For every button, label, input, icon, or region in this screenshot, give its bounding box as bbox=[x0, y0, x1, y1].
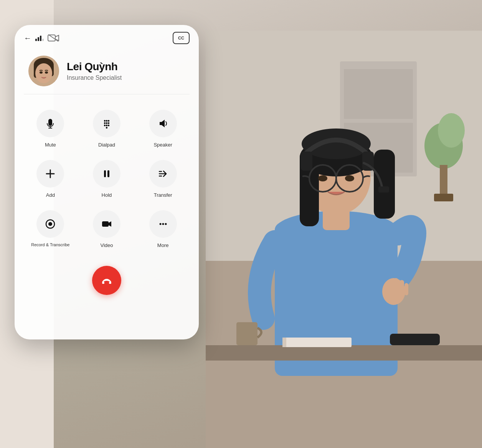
cc-label: CC bbox=[178, 36, 184, 40]
svg-rect-32 bbox=[390, 334, 440, 345]
svg-rect-69 bbox=[102, 282, 104, 284]
svg-point-42 bbox=[40, 71, 43, 74]
svg-rect-28 bbox=[399, 280, 404, 295]
svg-rect-8 bbox=[434, 194, 453, 201]
svg-rect-17 bbox=[301, 152, 312, 171]
svg-point-66 bbox=[159, 223, 161, 225]
status-left: ← bbox=[24, 34, 59, 43]
add-control[interactable]: Add bbox=[22, 154, 79, 204]
hold-label: Hold bbox=[102, 192, 112, 198]
signal-bar-3 bbox=[40, 36, 41, 41]
svg-point-49 bbox=[104, 122, 106, 124]
transfer-control[interactable]: Transfer bbox=[135, 154, 191, 204]
svg-point-67 bbox=[162, 223, 164, 225]
hold-button[interactable] bbox=[93, 160, 121, 188]
svg-point-6 bbox=[438, 113, 465, 148]
add-icon bbox=[45, 168, 56, 179]
svg-point-51 bbox=[108, 122, 109, 124]
speaker-button[interactable] bbox=[149, 110, 177, 137]
mute-icon bbox=[45, 118, 56, 129]
svg-point-64 bbox=[48, 222, 52, 226]
signal-bar-4 bbox=[42, 39, 44, 41]
more-label: More bbox=[157, 242, 169, 248]
transfer-icon bbox=[158, 168, 168, 179]
svg-point-52 bbox=[104, 125, 106, 126]
svg-rect-70 bbox=[109, 282, 111, 284]
cc-button[interactable]: CC bbox=[173, 32, 190, 44]
hold-icon bbox=[101, 168, 112, 179]
signal-icon bbox=[35, 35, 44, 41]
avatar-image bbox=[28, 56, 59, 86]
signal-bar-1 bbox=[35, 39, 37, 41]
record-control[interactable]: Record & Transcribe bbox=[22, 204, 79, 254]
dialpad-control[interactable]: Dialpad bbox=[79, 104, 135, 154]
speaker-control[interactable]: Speaker bbox=[135, 104, 191, 154]
svg-rect-31 bbox=[236, 322, 258, 345]
record-icon bbox=[45, 219, 56, 229]
dialpad-label: Dialpad bbox=[98, 142, 115, 148]
more-icon bbox=[158, 219, 168, 229]
svg-rect-26 bbox=[388, 279, 393, 295]
svg-rect-29 bbox=[404, 283, 408, 295]
svg-point-43 bbox=[45, 71, 48, 74]
hold-control[interactable]: Hold bbox=[79, 154, 135, 204]
contact-section: Lei Quỳnh Insurance Specialist bbox=[15, 48, 199, 94]
controls-grid: Mute Dialpad bbox=[15, 94, 199, 258]
svg-point-50 bbox=[106, 122, 107, 124]
video-label: Video bbox=[100, 242, 113, 248]
svg-rect-58 bbox=[104, 170, 106, 177]
mute-label: Mute bbox=[45, 142, 56, 148]
transfer-button[interactable] bbox=[149, 160, 177, 188]
add-button[interactable] bbox=[36, 160, 64, 188]
svg-rect-35 bbox=[48, 35, 55, 41]
svg-point-48 bbox=[108, 120, 109, 122]
svg-line-36 bbox=[48, 35, 58, 41]
end-call-button[interactable] bbox=[92, 266, 121, 295]
video-button[interactable] bbox=[93, 210, 121, 238]
contact-info: Lei Quỳnh Insurance Specialist bbox=[67, 61, 122, 81]
person-illustration bbox=[206, 31, 482, 448]
svg-rect-59 bbox=[107, 170, 109, 177]
mute-button[interactable] bbox=[36, 110, 64, 137]
svg-rect-3 bbox=[344, 69, 413, 119]
speaker-label: Speaker bbox=[154, 142, 172, 148]
video-off-icon bbox=[48, 34, 59, 42]
speaker-icon bbox=[158, 118, 168, 129]
svg-rect-34 bbox=[282, 338, 286, 347]
avatar bbox=[28, 56, 59, 86]
back-button[interactable]: ← bbox=[24, 34, 31, 43]
dialpad-button[interactable] bbox=[93, 110, 121, 137]
add-label: Add bbox=[46, 192, 55, 198]
contact-title: Insurance Specialist bbox=[67, 74, 122, 81]
svg-rect-30 bbox=[206, 345, 482, 361]
svg-rect-27 bbox=[394, 278, 398, 294]
end-call-section bbox=[15, 258, 199, 306]
svg-rect-7 bbox=[440, 165, 447, 196]
svg-point-47 bbox=[106, 120, 107, 122]
svg-rect-65 bbox=[102, 221, 109, 227]
transfer-label: Transfer bbox=[154, 192, 172, 198]
video-control[interactable]: Video bbox=[79, 204, 135, 254]
svg-rect-33 bbox=[282, 338, 352, 347]
svg-rect-15 bbox=[374, 150, 395, 219]
record-label: Record & Transcribe bbox=[31, 242, 69, 247]
end-call-icon bbox=[101, 274, 113, 287]
svg-point-53 bbox=[106, 125, 107, 126]
svg-point-55 bbox=[106, 127, 107, 128]
record-button[interactable] bbox=[36, 210, 64, 238]
svg-point-46 bbox=[104, 120, 106, 122]
svg-point-41 bbox=[35, 63, 52, 83]
svg-point-23 bbox=[318, 175, 327, 181]
mute-control[interactable]: Mute bbox=[22, 104, 79, 154]
status-bar: ← CC bbox=[15, 25, 199, 48]
svg-point-68 bbox=[165, 223, 167, 225]
svg-rect-19 bbox=[378, 186, 389, 193]
more-control[interactable]: More bbox=[135, 204, 191, 254]
svg-point-54 bbox=[108, 125, 109, 126]
more-button[interactable] bbox=[149, 210, 177, 238]
phone-card: ← CC bbox=[15, 25, 199, 339]
video-icon bbox=[101, 219, 112, 229]
signal-bar-2 bbox=[38, 37, 39, 41]
dialpad-icon bbox=[101, 118, 112, 129]
contact-name: Lei Quỳnh bbox=[67, 61, 122, 73]
